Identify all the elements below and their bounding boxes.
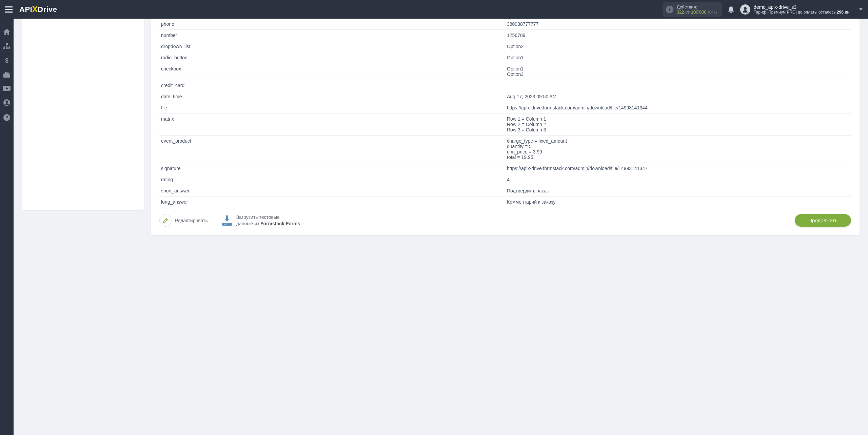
load-line2: данные из Formstack Forms — [236, 221, 300, 227]
field-key: signature — [159, 163, 505, 174]
sidebar-help[interactable]: ? — [3, 114, 10, 121]
actions-total: 100'000 — [691, 9, 707, 15]
svg-rect-1 — [6, 43, 8, 45]
field-value: Option1 Option3 — [505, 63, 851, 80]
logo-text-1: API — [19, 5, 32, 14]
continue-button[interactable]: Продолжить — [795, 214, 851, 227]
main-content: phone380988777777number1256789dropdown_l… — [14, 19, 868, 435]
field-key: event_product — [159, 136, 505, 163]
actions-numbers: 322 из 100'000 (0%) — [677, 9, 717, 15]
svg-point-14 — [224, 224, 224, 224]
left-panel — [22, 19, 144, 210]
svg-rect-13 — [222, 223, 232, 226]
svg-rect-3 — [6, 47, 8, 49]
question-icon: ? — [3, 114, 10, 121]
table-row: checkboxOption1 Option3 — [159, 63, 851, 80]
svg-rect-4 — [8, 47, 10, 49]
logo[interactable]: API X Drive — [19, 4, 57, 15]
sitemap-icon — [3, 43, 10, 49]
svg-point-0 — [744, 7, 747, 10]
field-key: checkbox — [159, 63, 505, 80]
actions-label: Действия: — [677, 4, 717, 9]
edit-label: Редактировать — [175, 218, 208, 223]
field-key: short_answer — [159, 185, 505, 196]
svg-rect-2 — [3, 47, 5, 49]
youtube-icon — [3, 86, 11, 91]
info-icon: i — [666, 6, 673, 13]
user-text: demo_apix-drive_s3 Тариф |Премиум PRO| д… — [754, 4, 849, 15]
tariff-days: 296 — [837, 10, 844, 15]
table-row: dropdown_listOption2 — [159, 41, 851, 52]
logo-text-x: X — [32, 4, 38, 15]
sidebar-connections[interactable] — [3, 43, 10, 49]
field-key: matrix — [159, 113, 505, 136]
field-value: Option2 — [505, 41, 851, 52]
avatar — [740, 4, 750, 15]
footer-actions: Редактировать Загрузить тестовые данные … — [159, 214, 851, 227]
sidebar-briefcase[interactable] — [3, 72, 10, 78]
bell-icon — [728, 6, 734, 13]
actions-used: 322 — [677, 9, 684, 15]
svg-text:$: $ — [5, 57, 8, 64]
sidebar-profile[interactable] — [3, 99, 10, 106]
table-row: phone380988777777 — [159, 19, 851, 30]
home-icon — [3, 29, 10, 35]
field-value: https://apix-drive.formstack.com/admin/d… — [505, 163, 851, 174]
field-value: 4 — [505, 174, 851, 185]
field-key: phone — [159, 19, 505, 30]
field-value: Option1 — [505, 52, 851, 63]
sidebar-video[interactable] — [3, 86, 11, 91]
sidebar-billing[interactable]: $ — [5, 57, 9, 64]
load-label: Загрузить тестовые данные из Formstack F… — [236, 214, 300, 226]
field-key: rating — [159, 174, 505, 185]
sidebar: $ ? — [0, 19, 14, 435]
user-circle-icon — [3, 99, 10, 106]
svg-point-10 — [6, 101, 8, 103]
field-value: Подтвердить заказ — [505, 185, 851, 196]
chevron-down-icon[interactable] — [859, 8, 863, 11]
field-value: Комментарий к заказу — [505, 196, 851, 208]
edit-button[interactable]: Редактировать — [159, 214, 208, 227]
field-key: number — [159, 30, 505, 41]
table-row: credit_card — [159, 80, 851, 91]
field-value: Aug 17, 2023 09:50 AM — [505, 91, 851, 102]
user-menu[interactable]: demo_apix-drive_s3 Тариф |Премиум PRO| д… — [740, 4, 849, 15]
table-row: date_timeAug 17, 2023 09:50 AM — [159, 91, 851, 102]
tariff-suffix: дн — [844, 10, 849, 15]
user-name: demo_apix-drive_s3 — [754, 4, 849, 10]
table-row: signaturehttps://apix-drive.formstack.co… — [159, 163, 851, 174]
notifications-button[interactable] — [728, 6, 734, 13]
table-row: filehttps://apix-drive.formstack.com/adm… — [159, 102, 851, 113]
field-value: Row 1 = Column 1 Row 2 = Column 2 Row 3 … — [505, 113, 851, 136]
hamburger-icon — [5, 6, 13, 13]
sidebar-home[interactable] — [3, 29, 10, 35]
load-test-data-button[interactable]: Загрузить тестовые данные из Formstack F… — [221, 214, 300, 226]
table-row: number1256789 — [159, 30, 851, 41]
field-value — [505, 80, 851, 91]
table-row: rating4 — [159, 174, 851, 185]
header: API X Drive i Действия: 322 из 100'000 (… — [0, 0, 868, 19]
table-row: event_productcharge_type = fixed_amount … — [159, 136, 851, 163]
actions-counter[interactable]: i Действия: 322 из 100'000 (0%) — [663, 2, 722, 17]
actions-of: из — [685, 9, 690, 15]
field-value: charge_type = fixed_amount quantity = 5 … — [505, 136, 851, 163]
field-key: file — [159, 102, 505, 113]
field-key: date_time — [159, 91, 505, 102]
table-row: long_answerКомментарий к заказу — [159, 196, 851, 208]
table-row: short_answerПодтвердить заказ — [159, 185, 851, 196]
svg-text:?: ? — [5, 115, 8, 120]
table-row: radio_buttonOption1 — [159, 52, 851, 63]
svg-point-15 — [225, 224, 226, 224]
svg-rect-7 — [5, 72, 8, 74]
hamburger-menu[interactable] — [5, 6, 13, 13]
right-panel: phone380988777777number1256789dropdown_l… — [151, 19, 860, 235]
field-key: credit_card — [159, 80, 505, 91]
field-key: radio_button — [159, 52, 505, 63]
tariff-prefix: Тариф |Премиум PRO| до оплаты осталось — [754, 10, 837, 15]
pencil-icon — [159, 214, 172, 227]
actions-pct: (0%) — [708, 9, 717, 15]
briefcase-icon — [3, 72, 10, 78]
svg-rect-6 — [3, 74, 10, 78]
logo-text-2: Drive — [38, 5, 57, 14]
field-value: 1256789 — [505, 30, 851, 41]
